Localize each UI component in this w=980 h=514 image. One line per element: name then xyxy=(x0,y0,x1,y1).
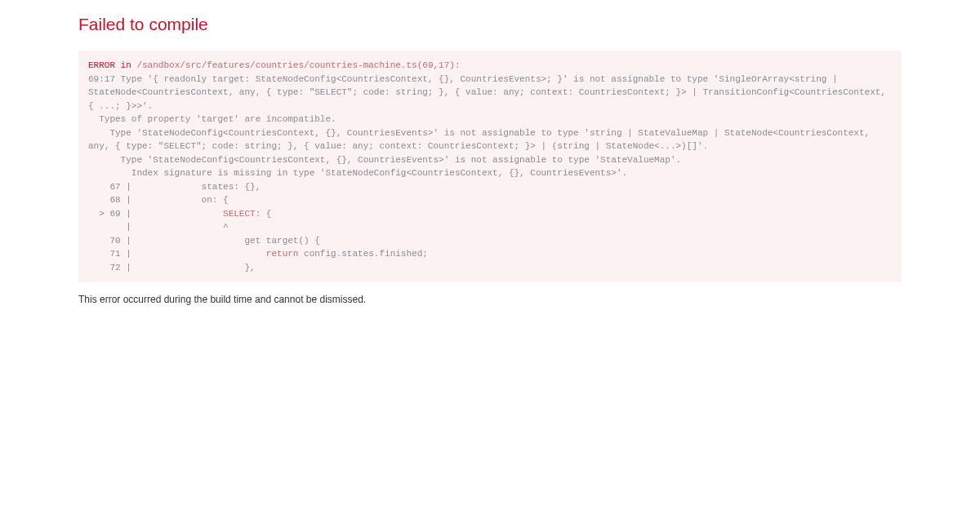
error-file-ref: /sandbox/src/features/countries/countrie… xyxy=(136,60,454,70)
code-line-67: 67 | states: {}, xyxy=(88,182,261,192)
code-line-69-suffix: : { xyxy=(256,209,272,219)
code-line-71-suffix: config.states.finished; xyxy=(298,249,427,259)
build-time-note: This error occurred during the build tim… xyxy=(78,294,902,305)
error-body: 69:17 Type '{ readonly target: StateNode… xyxy=(88,74,892,179)
error-block: ERROR in /sandbox/src/features/countries… xyxy=(78,51,902,282)
code-line-69-prefix: > 69 | xyxy=(88,209,223,219)
code-line-72: 72 | }, xyxy=(88,263,256,273)
error-title: Failed to compile xyxy=(78,15,902,34)
code-line-71-keyword: return xyxy=(266,249,299,259)
code-line-70: 70 | get target() { xyxy=(88,236,320,246)
code-line-68: 68 | on: { xyxy=(88,195,229,205)
error-label: ERROR in xyxy=(88,60,136,70)
code-caret-line: | ^ xyxy=(88,222,229,232)
code-line-71-prefix: 71 | xyxy=(88,249,266,259)
code-line-69-keyword: SELECT xyxy=(223,209,256,219)
error-colon: : xyxy=(455,60,461,70)
